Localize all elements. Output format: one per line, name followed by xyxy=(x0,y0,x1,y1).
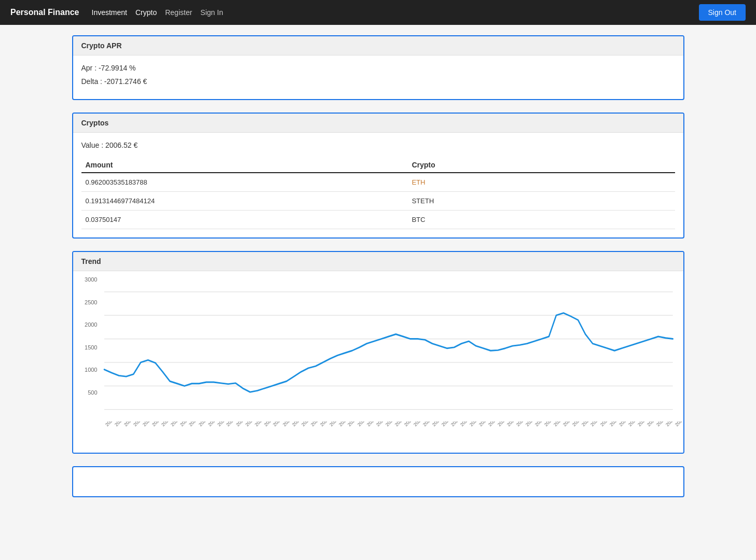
bottom-card xyxy=(72,466,684,497)
col-header-amount: Amount xyxy=(81,158,408,173)
x-label: 2022-12-05 xyxy=(674,422,683,427)
chart-area: 30002500200015001000500 2022-04-012022-0… xyxy=(73,271,683,453)
y-label: 2500 xyxy=(73,299,98,305)
cryptos-card: Cryptos Value : 2006.52 € Amount Crypto … xyxy=(72,113,684,239)
table-row: 0.962003535183788 ETH xyxy=(81,173,675,192)
y-label: 1500 xyxy=(73,344,98,351)
nav-signin[interactable]: Sign In xyxy=(200,8,223,17)
crypto-cell: BTC xyxy=(408,211,675,229)
crypto-cell: ETH xyxy=(408,173,675,192)
y-label: 3000 xyxy=(73,276,98,283)
y-label: 1000 xyxy=(73,367,98,373)
delta-value: Delta : -2071.2746 € xyxy=(81,77,675,86)
crypto-cell: STETH xyxy=(408,192,675,211)
nav-register[interactable]: Register xyxy=(165,8,192,17)
trend-chart-svg xyxy=(104,276,683,422)
x-axis-labels: 2022-04-012022-04-092022-04-132022-04-17… xyxy=(104,422,683,453)
cryptos-card-title: Cryptos xyxy=(73,114,683,133)
amount-cell: 0.03750147 xyxy=(81,211,408,229)
signout-button[interactable]: Sign Out xyxy=(699,4,746,21)
table-row: 0.03750147 BTC xyxy=(81,211,675,229)
apr-card-title: Crypto APR xyxy=(73,36,683,55)
nav-investment[interactable]: Investment xyxy=(92,8,127,17)
cryptos-value: Value : 2006.52 € xyxy=(81,141,675,149)
apr-value: Apr : -72.9914 % xyxy=(81,64,675,72)
y-label: 500 xyxy=(73,389,98,396)
apr-card: Crypto APR Apr : -72.9914 % Delta : -207… xyxy=(72,35,684,100)
navbar: Personal Finance Investment Crypto Regis… xyxy=(0,0,756,25)
nav-crypto[interactable]: Crypto xyxy=(135,8,157,17)
amount-cell: 0.962003535183788 xyxy=(81,173,408,192)
table-row: 0.19131446977484124 STETH xyxy=(81,192,675,211)
y-label: 2000 xyxy=(73,321,98,328)
cryptos-table: Amount Crypto 0.962003535183788 ETH 0.19… xyxy=(81,158,675,229)
trend-card: Trend ≡ 30002500200015001000500 2022-04-… xyxy=(72,251,684,454)
y-axis-labels: 30002500200015001000500 xyxy=(73,276,102,396)
trend-card-title: Trend xyxy=(73,252,683,271)
brand-title: Personal Finance xyxy=(10,8,79,17)
amount-cell: 0.19131446977484124 xyxy=(81,192,408,211)
col-header-crypto: Crypto xyxy=(408,158,675,173)
